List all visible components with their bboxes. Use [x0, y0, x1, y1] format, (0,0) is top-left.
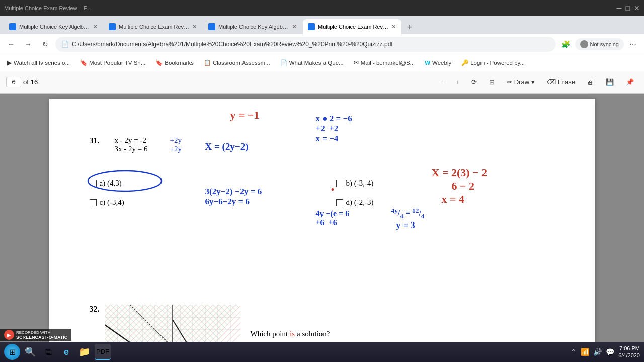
- forward-button[interactable]: →: [21, 37, 35, 51]
- bookmark-watch-icon: ▶: [7, 59, 12, 66]
- bookmark-weebly[interactable]: W Weebly: [422, 59, 454, 67]
- edge-taskbar-icon[interactable]: e: [58, 344, 74, 360]
- address-text: C:/Users/bmark/Documents/Algebra%201/Mul…: [72, 41, 550, 48]
- zoom-in-icon: +: [455, 78, 459, 86]
- tab-3-close[interactable]: ✕: [292, 23, 297, 30]
- checkbox-b[interactable]: [336, 180, 343, 187]
- clock-date: 6/4/2020: [618, 352, 640, 359]
- pin-button[interactable]: 📌: [622, 76, 638, 88]
- tab-2[interactable]: Multiple Choice Exam Review _... ✕: [104, 19, 202, 34]
- svg-point-0: [88, 171, 162, 191]
- tab-1-close[interactable]: ✕: [93, 23, 98, 30]
- search-taskbar-icon[interactable]: 🔍: [22, 344, 38, 360]
- tab-1-label: Multiple Choice Key Algebra 2 E...: [19, 24, 90, 30]
- tab-4-icon: [308, 23, 315, 30]
- page-view-icon: ⊞: [489, 78, 495, 86]
- bookmark-watch-label: Watch all tv series o...: [14, 60, 70, 66]
- bookmark-watch[interactable]: ▶ Watch all tv series o...: [4, 58, 73, 67]
- tab-2-icon: [109, 23, 116, 30]
- option-c-label: c) (-3,4): [100, 198, 124, 207]
- volume-icon[interactable]: 🔊: [593, 348, 602, 356]
- save-icon: 💾: [606, 78, 614, 86]
- option-b-label: b) (-3,-4): [346, 179, 374, 188]
- extensions-button[interactable]: 🧩: [559, 37, 573, 51]
- task-view-icon[interactable]: ⧉: [40, 344, 56, 360]
- system-clock: 7:06 PM 6/4/2020: [618, 345, 640, 359]
- option-c-row: c) (-3,4): [90, 198, 124, 208]
- page-view-button[interactable]: ⊞: [485, 76, 499, 88]
- page-total: 16: [31, 78, 38, 86]
- not-syncing-button[interactable]: Not syncing: [575, 38, 624, 50]
- print-button[interactable]: 🖨: [583, 76, 598, 88]
- screencast-logo: ▶: [4, 330, 14, 340]
- bookmark-mail[interactable]: ✉ Mail - bemarkel@S...: [351, 58, 418, 67]
- tab-3-label: Multiple Choice Key Algebra 2 E...: [218, 24, 289, 30]
- erase-label: Erase: [558, 78, 575, 86]
- rotate-button[interactable]: ⟳: [467, 76, 481, 88]
- bookmark-tv[interactable]: 🔖 Most Popular TV Sh...: [77, 58, 148, 67]
- back-button[interactable]: ←: [4, 37, 18, 51]
- network-icon[interactable]: 📶: [581, 348, 589, 356]
- annotation-x-eq: X = (2y−2): [205, 141, 249, 152]
- draw-button[interactable]: ✏ Draw ▾: [503, 76, 539, 88]
- checkbox-a[interactable]: [90, 180, 97, 187]
- option-d-row: d) (-2,-3): [336, 198, 374, 208]
- question-which-point: Which point: [251, 330, 288, 338]
- draw-label: Draw: [514, 78, 529, 86]
- annotation-4y-steps: 4y −(e = 6 +6 +6: [316, 209, 350, 227]
- tab-3[interactable]: Multiple Choice Key Algebra 2 E... ✕: [203, 19, 302, 34]
- address-bar[interactable]: 📄 C:/Users/bmark/Documents/Algebra%201/M…: [55, 37, 556, 52]
- tab-4-close[interactable]: ✕: [391, 23, 396, 30]
- option-a-label: a) (4,3): [100, 179, 122, 188]
- notification-icon[interactable]: 💬: [606, 348, 614, 356]
- draw-icon: ✏: [507, 78, 512, 86]
- tab-2-close[interactable]: ✕: [192, 23, 197, 30]
- bookmark-bookmarks-icon: 🔖: [155, 59, 163, 66]
- bookmark-whatmakes[interactable]: 📄 What Makes a Que...: [277, 58, 347, 67]
- settings-button[interactable]: ⋯: [626, 37, 640, 51]
- bookmark-login-label: Login - Powered by...: [470, 60, 525, 66]
- tab-1[interactable]: Multiple Choice Key Algebra 2 E... ✕: [4, 19, 103, 34]
- new-tab-button[interactable]: +: [403, 20, 417, 34]
- bookmark-weebly-icon: W: [425, 60, 430, 66]
- taskbar: ⊞ 🔍 ⧉ e 📁 PDF ⌃ 📶 🔊 💬 7:06 PM 6/4/2020: [0, 342, 644, 362]
- screencast-watermark: ▶ RECORDED WITH SCREENCAST-O-MATIC: [0, 329, 71, 341]
- zoom-in-button[interactable]: +: [451, 76, 463, 88]
- bookmark-mail-label: Mail - bemarkel@S...: [361, 60, 415, 66]
- option-a-row: a) (4,3): [90, 179, 122, 189]
- tab-3-icon: [208, 23, 215, 30]
- page-number-input[interactable]: [6, 77, 21, 87]
- bookmark-classroom-label: Classroom Assessm...: [213, 60, 270, 66]
- save-button[interactable]: 💾: [602, 76, 618, 88]
- start-button[interactable]: ⊞: [4, 344, 20, 360]
- annotation-red-x: X = 2(3) − 2 6 − 2 x = 4: [432, 166, 488, 206]
- question-is: is: [290, 330, 295, 338]
- bookmark-classroom-icon: 📋: [204, 59, 211, 66]
- bookmark-weebly-label: Weebly: [432, 60, 451, 66]
- minimize-btn[interactable]: ─: [617, 4, 622, 12]
- tray-icon-1[interactable]: ⌃: [571, 348, 577, 356]
- refresh-button[interactable]: ↻: [38, 37, 52, 51]
- annotation-4y12: 4y/4 = 12/4 y = 3: [391, 207, 425, 231]
- erase-button[interactable]: ⌫ Erase: [543, 76, 579, 88]
- bookmark-classroom[interactable]: 📋 Classroom Assessm...: [201, 58, 273, 67]
- checkbox-d[interactable]: [336, 199, 343, 206]
- nav-bar: ← → ↻ 📄 C:/Users/bmark/Documents/Algebra…: [0, 34, 644, 54]
- tab-1-icon: [9, 23, 16, 30]
- tab-4-label: Multiple Choice Exam Review _...: [318, 24, 388, 30]
- annotation-2y-steps: +2y +2y: [170, 136, 182, 153]
- tab-2-label: Multiple Choice Exam Review _...: [119, 24, 189, 30]
- bookmark-mail-icon: ✉: [354, 59, 359, 66]
- bookmark-bookmarks[interactable]: 🔖 Bookmarks: [152, 58, 197, 67]
- rotate-icon: ⟳: [471, 78, 477, 86]
- checkbox-c[interactable]: [90, 199, 97, 206]
- bookmark-login[interactable]: 🔑 Login - Powered by...: [458, 58, 528, 67]
- zoom-out-button[interactable]: −: [436, 76, 448, 88]
- tab-4[interactable]: Multiple Choice Exam Review _... ✕: [303, 19, 401, 34]
- close-btn[interactable]: ✕: [634, 4, 640, 12]
- pdf-taskbar-icon[interactable]: PDF: [95, 344, 111, 360]
- bookmark-whatmakes-label: What Makes a Que...: [289, 60, 344, 66]
- pdf-toolbar: of 16 − + ⟳ ⊞ ✏ Draw ▾ ⌫ Erase 🖨 💾 📌: [0, 71, 644, 94]
- file-explorer-taskbar[interactable]: 📁: [76, 344, 93, 360]
- maximize-btn[interactable]: □: [626, 4, 630, 12]
